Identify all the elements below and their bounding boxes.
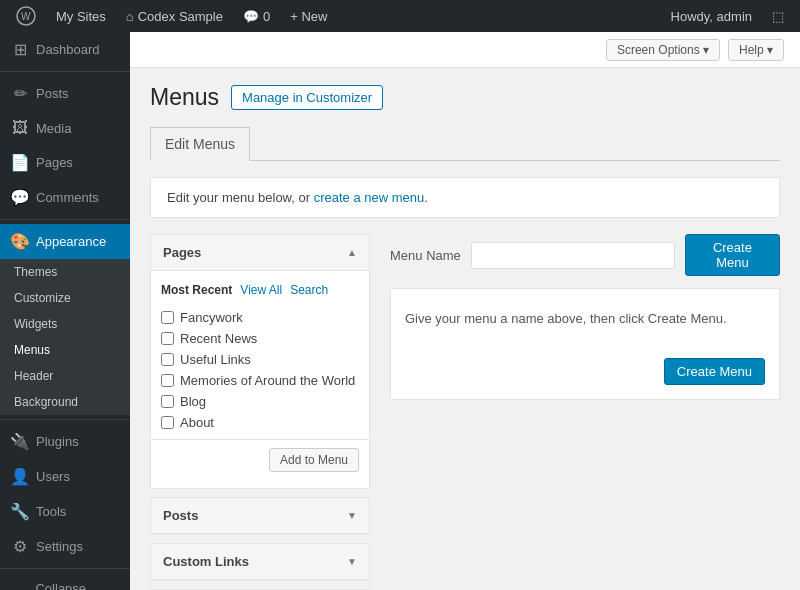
info-dot: . (424, 190, 428, 205)
howdy-menu[interactable]: Howdy, admin (663, 0, 760, 32)
page-item-blog: Blog (161, 391, 359, 412)
pages-accordion: Pages ▲ Most Recent View All (150, 234, 370, 489)
sidebar-item-users[interactable]: 👤 Users (0, 459, 130, 494)
info-text: Edit your menu below, or (167, 190, 310, 205)
fancywork-label: Fancywork (180, 310, 243, 325)
useful-links-checkbox[interactable] (161, 353, 174, 366)
sidebar-item-collapse[interactable]: « Collapse menu (0, 573, 130, 590)
useful-links-label: Useful Links (180, 352, 251, 367)
tab-edit-menus[interactable]: Edit Menus (150, 127, 250, 161)
about-checkbox[interactable] (161, 416, 174, 429)
settings-icon: ⚙ (10, 537, 30, 556)
body-content: Menus Manage in Customizer Edit Menus Ed… (130, 68, 800, 590)
page-title: Menus (150, 84, 219, 111)
posts-accordion-header[interactable]: Posts ▼ (151, 498, 369, 534)
customize-label: Customize (14, 291, 71, 305)
page-item-about: About (161, 412, 359, 433)
pages-accordion-content: Most Recent View All Search (151, 271, 369, 488)
comments-count: 0 (263, 9, 270, 24)
sidebar-item-menus[interactable]: Menus (0, 337, 130, 363)
pages-accordion-footer: Add to Menu (151, 439, 369, 480)
comments-menu[interactable]: 💬 0 (235, 0, 278, 32)
sidebar-label-users: Users (36, 469, 70, 484)
exit-icon-container[interactable]: ⬚ (764, 0, 792, 32)
top-bar: Screen Options ▾ Help ▾ (130, 32, 800, 68)
memories-checkbox[interactable] (161, 374, 174, 387)
custom-links-accordion: Custom Links ▼ (150, 543, 370, 581)
manage-btn-label: Manage in Customizer (242, 90, 372, 105)
search-label: Search (290, 283, 328, 297)
view-all-tab[interactable]: View All (240, 283, 282, 297)
create-menu-button-bottom[interactable]: Create Menu (664, 358, 765, 385)
wp-logo[interactable]: W (8, 0, 44, 32)
sidebar-label-collapse: Collapse menu (35, 581, 120, 590)
sidebar-label-pages: Pages (36, 155, 73, 170)
pages-chevron-icon: ▲ (347, 247, 357, 258)
sidebar-item-tools[interactable]: 🔧 Tools (0, 494, 130, 529)
search-tab[interactable]: Search (290, 283, 328, 297)
sidebar-item-dashboard[interactable]: ⊞ Dashboard (0, 32, 130, 67)
sidebar-item-settings[interactable]: ⚙ Settings (0, 529, 130, 564)
add-to-menu-button[interactable]: Add to Menu (269, 448, 359, 472)
sidebar-item-widgets[interactable]: Widgets (0, 311, 130, 337)
site-name-menu[interactable]: ⌂ Codex Sample (118, 0, 231, 32)
fancywork-checkbox[interactable] (161, 311, 174, 324)
blog-label: Blog (180, 394, 206, 409)
menu-hint-text: Give your menu a name above, then click … (405, 303, 765, 334)
create-new-menu-link[interactable]: create a new menu (314, 190, 425, 205)
sidebar-item-background[interactable]: Background (0, 389, 130, 415)
sidebar-item-customize[interactable]: Customize (0, 285, 130, 311)
memories-label: Memories of Around the World (180, 373, 355, 388)
posts-section-title: Posts (163, 508, 198, 523)
add-to-menu-label: Add to Menu (280, 453, 348, 467)
my-sites-label: My Sites (56, 9, 106, 24)
posts-accordion: Posts ▼ (150, 497, 370, 535)
sidebar-item-pages[interactable]: 📄 Pages (0, 145, 130, 180)
my-sites-menu[interactable]: My Sites (48, 0, 114, 32)
recent-news-checkbox[interactable] (161, 332, 174, 345)
page-header: Menus Manage in Customizer (150, 84, 780, 111)
sidebar-label-settings: Settings (36, 539, 83, 554)
sidebar-item-comments[interactable]: 💬 Comments (0, 180, 130, 215)
pages-icon: 📄 (10, 153, 30, 172)
custom-links-chevron-icon: ▼ (347, 556, 357, 567)
pages-accordion-header[interactable]: Pages ▲ (151, 235, 369, 271)
help-button[interactable]: Help ▾ (728, 39, 784, 61)
sidebar-item-plugins[interactable]: 🔌 Plugins (0, 424, 130, 459)
menu-right-panel: Menu Name Create Menu Give your menu a n… (390, 234, 780, 400)
blog-checkbox[interactable] (161, 395, 174, 408)
new-content-menu[interactable]: + New (282, 0, 335, 32)
pages-section-title: Pages (163, 245, 201, 260)
menu-name-input[interactable] (471, 242, 675, 269)
sidebar-item-posts[interactable]: ✏ Posts (0, 76, 130, 111)
info-box: Edit your menu below, or create a new me… (150, 177, 780, 218)
create-menu-button-top[interactable]: Create Menu (685, 234, 780, 276)
new-label: + New (290, 9, 327, 24)
tab-edit-menus-label: Edit Menus (165, 136, 235, 152)
create-menu-label-bottom: Create Menu (677, 364, 752, 379)
tab-wrapper: Edit Menus (150, 127, 780, 161)
page-item-useful-links: Useful Links (161, 349, 359, 370)
appearance-icon: 🎨 (10, 232, 30, 251)
menu-separator-4 (0, 568, 130, 569)
sidebar-label-plugins: Plugins (36, 434, 79, 449)
comments-icon: 💬 (10, 188, 30, 207)
sidebar-item-media[interactable]: 🖼 Media (0, 111, 130, 145)
custom-links-title: Custom Links (163, 554, 249, 569)
menu-name-label: Menu Name (390, 248, 461, 263)
page-item-recent-news: Recent News (161, 328, 359, 349)
users-icon: 👤 (10, 467, 30, 486)
create-link-label: create a new menu (314, 190, 425, 205)
appearance-submenu: Themes Customize Widgets (0, 259, 130, 415)
screen-options-button[interactable]: Screen Options ▾ (606, 39, 720, 61)
custom-links-accordion-header[interactable]: Custom Links ▼ (151, 544, 369, 580)
sidebar-item-themes[interactable]: Themes (0, 259, 130, 285)
sidebar-label-comments: Comments (36, 190, 99, 205)
sidebar-item-header[interactable]: Header (0, 363, 130, 389)
main-content: Screen Options ▾ Help ▾ Menus Manage in … (130, 32, 800, 590)
sidebar-item-appearance[interactable]: 🎨 Appearance Themes Customize (0, 224, 130, 415)
sidebar-label-media: Media (36, 121, 71, 136)
menu-hint-box: Give your menu a name above, then click … (390, 288, 780, 400)
manage-in-customizer-button[interactable]: Manage in Customizer (231, 85, 383, 110)
most-recent-tab[interactable]: Most Recent (161, 283, 232, 297)
